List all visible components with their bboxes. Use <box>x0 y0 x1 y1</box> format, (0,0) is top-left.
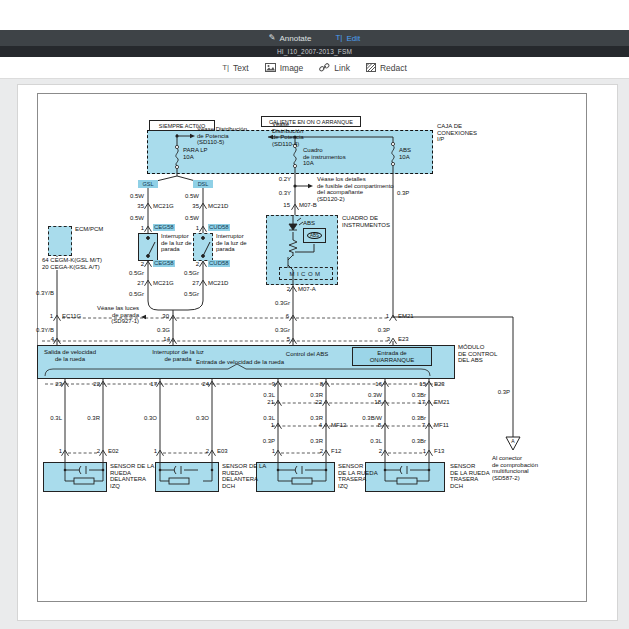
module-brace <box>45 364 430 376</box>
pin-number: 18 <box>374 399 381 406</box>
cluster-title: CUADRO DE INSTRUMENTOS <box>342 215 390 228</box>
connector-tag: CUD58 <box>208 224 230 231</box>
connector-name: MC21G <box>153 203 174 210</box>
connector-name: M07-B <box>299 202 317 209</box>
wire-label: 0.3G <box>157 327 170 334</box>
wire-label: 0.3Gr <box>275 300 290 307</box>
sensor-label-front-left: SENSOR DE LA RUEDA DELANTERA IZQ <box>110 463 154 490</box>
fuse-cluster-label: Cuadro de instrumentos 10A <box>303 147 346 167</box>
pin-number: 9 <box>272 381 275 388</box>
wiring-svg <box>0 0 629 629</box>
triangle-ref-letter: A <box>511 439 514 445</box>
wire-label: 0.3R <box>310 415 323 422</box>
pin-number: 15 <box>283 202 290 209</box>
ecm-pcm-label: ECM/PCM <box>75 226 103 233</box>
pin-number: 2 <box>379 448 382 455</box>
wire-label: 0.3Y/B <box>36 327 54 334</box>
pin-number: 1 <box>50 313 53 320</box>
connector-name: F13 <box>434 448 444 455</box>
pin-number: 1 <box>386 313 389 320</box>
pin-number: 17 <box>150 381 157 388</box>
pin-number: 3 <box>387 336 390 343</box>
app-window: ✎Annotate T|Edit HI_I10_2007-2013_FSM T|… <box>0 0 629 629</box>
sensor-label-rear-right: SENSOR DE LA RUEDA TRASERA DCH <box>450 463 490 490</box>
wire-label: 0.5W <box>130 193 144 200</box>
pin-number: 22 <box>315 399 322 406</box>
pin-number: 2 <box>287 286 290 293</box>
wire-label: 0.5W <box>185 215 199 222</box>
connector-name: MC21D <box>208 280 228 287</box>
pin-number: 16 <box>375 381 382 388</box>
wire-label: 0.3R <box>310 392 323 399</box>
connector-name: MC21G <box>153 280 174 287</box>
pin-number: 4 <box>51 336 54 343</box>
pin-number: 1 <box>59 448 62 455</box>
pin-number: 30 <box>162 313 169 320</box>
pin-number: 14 <box>163 336 170 343</box>
pin-number: 23 <box>55 381 62 388</box>
wire-label: 0.5Gr <box>184 291 199 298</box>
connector-name: MF12 <box>331 422 346 429</box>
wire-label: 0.3R <box>310 438 323 445</box>
connector-name: MF11 <box>434 422 449 429</box>
module-section-salida: Salida de velocidad de la rueda <box>44 349 96 362</box>
pin-number: 8 <box>320 381 323 388</box>
pin-number: 27 <box>137 280 144 287</box>
connector-tag: CEG58 <box>153 224 175 231</box>
pin-number: 2 <box>206 448 209 455</box>
pin-number: 2 <box>97 448 100 455</box>
wire-label: 0.3L <box>263 415 275 422</box>
wire-label: 0.5W <box>185 193 199 200</box>
wire-label: 0.3Br <box>412 415 426 422</box>
wire-label: 0.3P <box>498 389 510 396</box>
stop-switch-label: Interruptor de la luz de parada <box>216 233 247 253</box>
connector-name: EM21 <box>398 313 414 320</box>
connector-name: EC11G <box>62 313 81 320</box>
connector-name: E03 <box>217 448 228 455</box>
wire-label: 0.3O <box>196 415 209 422</box>
connector-name: E23 <box>398 336 409 343</box>
wire-label: 0.5Gr <box>129 270 144 277</box>
pin-number: 6 <box>286 313 289 320</box>
ref-stop-lights: Véase las luces de parada (SD927-1) <box>97 305 139 325</box>
pin-number: 2 <box>320 448 323 455</box>
abs-lamp-label: ABS <box>303 220 315 227</box>
wire-label: 0.3L <box>263 392 275 399</box>
wire-label: 0.3Y/B <box>36 290 54 297</box>
pin-number: 7 <box>422 422 425 429</box>
module-section-control: Control del ABS <box>286 351 328 358</box>
ref-power-dist-4: Véase Distribución de Potencia (SD110-4) <box>272 121 304 148</box>
wire-label: 0.3P <box>378 327 390 334</box>
ref-passenger-fuse-details: Véase los detalles de fusible del compar… <box>317 176 394 203</box>
pin-number: 8 <box>378 422 381 429</box>
pin-number: 27 <box>192 280 199 287</box>
module-section-entrada-vel: Entrada de velocidad de la rueda <box>196 359 284 366</box>
pin-number: 1 <box>271 422 274 429</box>
module-name: MÓDULO DE CONTROL DEL ABS <box>458 344 497 364</box>
connector-name: M07-A <box>298 286 316 293</box>
wire-label: 0.5Gr <box>129 291 144 298</box>
wire-label: 0.2Y <box>279 176 291 183</box>
connector-name: EM21 <box>434 399 450 406</box>
module-section-entrada-on: Entrada de ON/ARRANQUE <box>370 350 415 363</box>
connector-tag: CUD58 <box>208 260 230 267</box>
gsl-label: GSL <box>142 181 153 187</box>
pin-number: 21 <box>267 399 274 406</box>
ref-power-dist-5: Véase Distribución de Potencia (SD110-5) <box>197 126 247 146</box>
wire-label: 0.3L <box>50 415 62 422</box>
pin-number: 4 <box>319 422 322 429</box>
wire-label: 0.5Gr <box>184 270 199 277</box>
pin-number: 1 <box>272 448 275 455</box>
wire-label: 0.3P <box>263 438 275 445</box>
pin-number: 5 <box>287 336 290 343</box>
wire-label: 0.3P <box>397 190 409 197</box>
ip-junction-box-label: CAJA DE CONEXIONES I/P <box>437 123 477 143</box>
pin-number: 1 <box>154 448 157 455</box>
wire-label: 0.3R <box>87 415 100 422</box>
wire-label: 0.3Br <box>412 438 426 445</box>
connector-name: F12 <box>331 448 341 455</box>
pin-number: 35 <box>137 203 144 210</box>
pin-number: 15 <box>419 381 426 388</box>
stop-switch-label: Interruptor de la luz de parada <box>161 233 192 253</box>
fuel-tag-gsl: GSL <box>138 180 158 188</box>
